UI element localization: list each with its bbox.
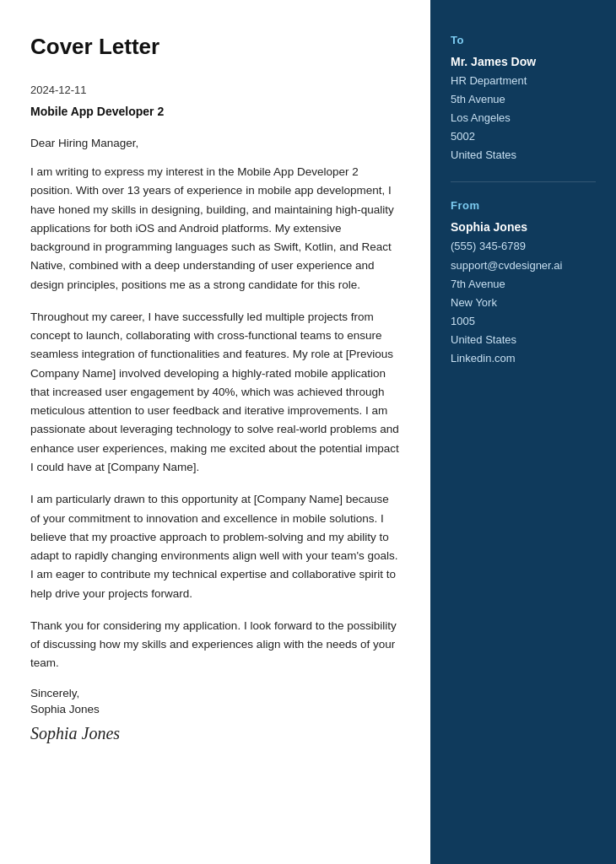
author-name: Sophia Jones [30,703,400,716]
letter-date: 2024-12-11 [30,84,400,96]
sender-email: support@cvdesigner.ai [451,259,562,272]
sender-city: New York [451,296,497,309]
paragraph-2: Throughout my career, I have successfull… [30,308,400,477]
to-label: To [451,34,596,46]
sender-details: (555) 345-6789 support@cvdesigner.ai 7th… [451,237,596,368]
sender-street: 7th Avenue [451,278,505,290]
paragraph-3: I am particularly drawn to this opportun… [30,490,400,603]
recipient-name: Mr. James Dow [451,55,596,68]
recipient-street: 5th Avenue [451,93,505,105]
main-content: Cover Letter 2024-12-11 Mobile App Devel… [0,0,430,864]
paragraph-4: Thank you for considering my application… [30,617,400,673]
recipient-details: HR Department 5th Avenue Los Angeles 500… [451,72,596,165]
salutation: Dear Hiring Manager, [30,137,400,149]
recipient-country: United States [451,148,516,161]
signature: Sophia Jones [30,724,400,743]
sender-country: United States [451,333,516,346]
from-label: From [451,199,596,212]
recipient-city: Los Angeles [451,111,511,124]
recipient-department: HR Department [451,74,527,87]
sender-phone: (555) 345-6789 [451,240,526,252]
paragraph-1: I am writing to express my interest in t… [30,163,400,294]
sender-name: Sophia Jones [451,220,596,234]
sender-zip: 1005 [451,315,475,327]
page-title: Cover Letter [30,34,400,60]
recipient-zip: 5002 [451,130,475,143]
closing: Sincerely, [30,687,400,699]
sidebar-divider [451,181,596,182]
page-container: Cover Letter 2024-12-11 Mobile App Devel… [0,0,616,864]
job-title: Mobile App Developer 2 [30,105,400,118]
sender-website[interactable]: Linkedin.com [451,352,516,364]
sidebar: To Mr. James Dow HR Department 5th Avenu… [430,0,616,864]
